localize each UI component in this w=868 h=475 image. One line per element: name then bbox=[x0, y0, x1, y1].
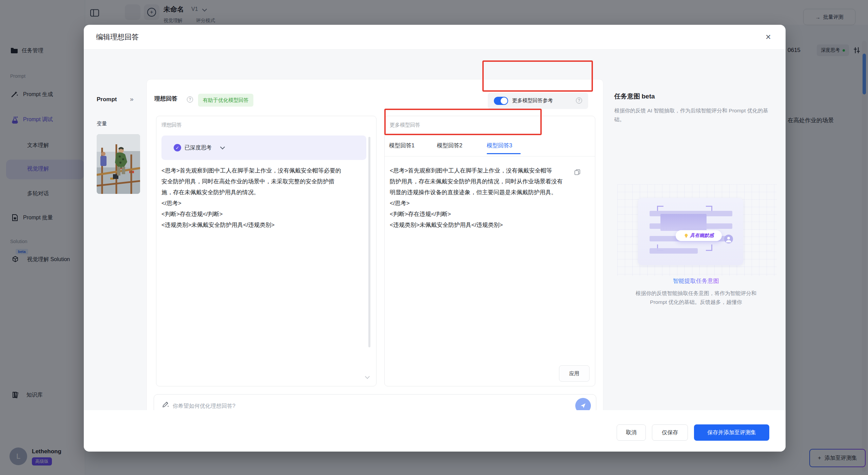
intent-illustration: 具有幽默感 bbox=[638, 198, 743, 265]
ideal-panel-scrollbar[interactable] bbox=[368, 137, 370, 347]
save-only-button[interactable]: 仅保存 bbox=[652, 424, 688, 441]
bracket-bottom-right bbox=[706, 244, 712, 251]
check-circle-icon: ✓ bbox=[174, 144, 181, 151]
ideal-answer-text[interactable]: <思考>首先观察到图中工人在脚手架上作业，没有佩戴安全帽等必要的 安全防护用具，… bbox=[161, 165, 366, 231]
toggle-help-icon[interactable]: ? bbox=[576, 97, 582, 104]
ideal-panel-label: 理想回答 bbox=[161, 122, 182, 128]
deep-thought-label: 已深度思考 bbox=[185, 144, 212, 151]
tab-model-answer-2[interactable]: 模型回答2 bbox=[437, 142, 462, 149]
intent-beta-label: beta bbox=[641, 93, 655, 100]
modal-title: 编辑理想回答 bbox=[96, 32, 139, 42]
skeleton-highlight bbox=[660, 214, 707, 231]
variable-image-thumbnail[interactable] bbox=[97, 134, 140, 194]
bulb-icon bbox=[684, 233, 689, 238]
toggle-knob bbox=[501, 97, 507, 104]
intent-bubble: 具有幽默感 bbox=[676, 230, 722, 241]
prompt-section-label: Prompt bbox=[97, 96, 117, 103]
intent-description: 根据你的反馈 AI 智能抽取，作为后续智能评分和 Prompt 优化的基础。 bbox=[614, 106, 778, 124]
input-placeholder: 你希望如何优化理想回答? bbox=[173, 403, 235, 410]
model-answer-text: <思考>首先观察到图中工人在脚手架上作业，没有佩戴安全帽等 防护用具，存在未佩戴… bbox=[390, 165, 589, 231]
save-and-add-button[interactable]: 保存并添加至评测集 bbox=[694, 424, 769, 441]
close-icon[interactable]: × bbox=[762, 31, 774, 43]
cancel-button[interactable]: 取消 bbox=[617, 424, 646, 441]
person-icon bbox=[724, 235, 733, 245]
pencil-icon bbox=[162, 401, 169, 409]
intent-description-2: 根据你的反馈智能抽取任务意图，将作为智能评分和 Prompt 优化的基础。反馈越… bbox=[621, 289, 771, 307]
send-icon bbox=[580, 402, 586, 409]
skeleton-bar bbox=[650, 248, 698, 254]
toggle-label: 更多模型回答参考 bbox=[512, 97, 553, 104]
ideal-answer-heading: 理想回答 bbox=[154, 95, 177, 103]
intent-heading: 任务意图 beta bbox=[614, 92, 655, 101]
active-tab-underline bbox=[487, 153, 521, 154]
modal-body: Prompt » 变量 bbox=[84, 50, 786, 410]
modal-footer: 取消 仅保存 保存并添加至评测集 bbox=[84, 410, 786, 452]
tab-model-answer-3[interactable]: 模型回答3 bbox=[487, 142, 512, 149]
copy-icon[interactable] bbox=[574, 169, 580, 177]
annotation-box-toggle bbox=[482, 60, 593, 92]
apply-button[interactable]: 应用 bbox=[559, 365, 590, 382]
ideal-answer-hint-badge: 有助于优化模型回答 bbox=[198, 94, 253, 107]
tab-model-answer-1[interactable]: 模型回答1 bbox=[389, 142, 414, 149]
annotation-box-tabs bbox=[384, 109, 542, 135]
variable-label: 变量 bbox=[97, 121, 107, 127]
more-answers-toggle[interactable] bbox=[494, 97, 508, 105]
expand-panel-icon[interactable]: » bbox=[130, 95, 134, 103]
intent-extract-link[interactable]: 智能提取任务意图 bbox=[673, 278, 719, 284]
help-icon[interactable]: ? bbox=[187, 96, 193, 103]
tabs-divider bbox=[385, 156, 595, 157]
edit-ideal-answer-modal: 编辑理想回答 × Prompt » 变量 bbox=[84, 25, 786, 452]
intent-extract-link-wrap: 智能提取任务意图 bbox=[614, 277, 778, 285]
app-root: PromptPilot + 未命名 V1 视觉理解 评分模式 → 批量评测 任务… bbox=[0, 0, 868, 475]
